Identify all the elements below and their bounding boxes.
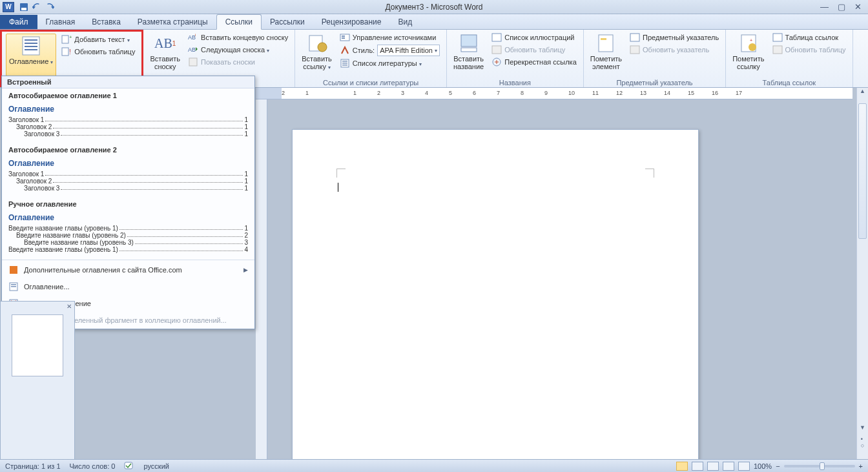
toc-preview-row: Заголовок 31 (8, 185, 248, 192)
zoom-value[interactable]: 100% (754, 462, 772, 470)
navpane-close-icon[interactable]: ✕ (67, 303, 72, 310)
citation-style-row[interactable]: Стиль: APA Fifth Edition (337, 44, 442, 57)
insert-authorities-label: Таблица ссылок (785, 34, 839, 41)
svg-text:+: + (750, 38, 752, 43)
tab-view[interactable]: Вид (389, 15, 420, 29)
qat-redo-icon[interactable] (45, 3, 54, 12)
status-page[interactable]: Страница: 1 из 1 (5, 462, 61, 470)
status-proofing-icon[interactable] (124, 462, 134, 471)
margin-corner-tr (645, 169, 654, 178)
svg-rect-6 (25, 49, 37, 50)
zoom-out-button[interactable]: − (776, 462, 780, 470)
scroll-up-button[interactable]: ▲ (857, 88, 868, 99)
citation-style-combo[interactable]: APA Fifth Edition (377, 45, 440, 56)
zoom-slider[interactable] (784, 465, 855, 467)
insert-caption-icon (459, 33, 479, 54)
statusbar: Страница: 1 из 1 Число слов: 0 русский 1… (0, 459, 868, 472)
svg-rect-38 (10, 266, 17, 274)
page-thumbnail[interactable] (12, 314, 63, 376)
captions-group-label: Названия (451, 77, 579, 87)
qat-undo-icon[interactable] (32, 3, 41, 12)
view-draft-button[interactable] (738, 462, 750, 471)
ruler-tick: 9 (544, 90, 548, 96)
ruler-tick: 1 (353, 90, 356, 96)
next-footnote-button[interactable]: AB Следующая сноска (185, 44, 291, 56)
ruler-tick: 17 (736, 90, 742, 96)
toc-dialog-icon (8, 282, 19, 292)
view-print-layout-button[interactable] (676, 462, 688, 471)
view-web-button[interactable] (707, 462, 719, 471)
zoom-in-button[interactable]: + (859, 462, 863, 470)
insert-index-button[interactable]: Предметный указатель (627, 32, 721, 43)
update-toc-button[interactable]: ! Обновить таблицу (59, 46, 138, 57)
insert-footnote-button[interactable]: AB1 Вставить сноску (147, 32, 183, 77)
mark-citation-button[interactable]: + Пометить ссылку (730, 32, 767, 77)
status-wordcount[interactable]: Число слов: 0 (70, 462, 116, 470)
gallery-custom-toc[interactable]: Оглавление... (2, 278, 254, 295)
status-language[interactable]: русский (143, 462, 169, 470)
gallery-item-manual[interactable]: Ручное оглавление Оглавление Введите наз… (2, 197, 254, 258)
maximize-button[interactable]: ▢ (838, 2, 845, 12)
minimize-button[interactable]: — (820, 2, 829, 12)
manage-sources-button[interactable]: Управление источниками (337, 32, 442, 43)
ruler-tick: 14 (664, 90, 670, 96)
close-button[interactable]: ✕ (854, 2, 862, 12)
qat-save-icon[interactable] (19, 3, 28, 12)
horizontal-ruler[interactable]: 211234567891011121314151617 (256, 88, 852, 99)
vertical-ruler[interactable] (256, 99, 267, 459)
svg-rect-37 (773, 46, 782, 54)
document-page[interactable] (292, 129, 699, 472)
mark-entry-button[interactable]: Пометить элемент (588, 32, 625, 77)
mark-citation-icon: + (738, 33, 759, 54)
ruler-tick: 7 (497, 90, 500, 96)
bibliography-button[interactable]: Список литературы (337, 57, 442, 69)
svg-rect-26 (492, 34, 501, 41)
group-index: Пометить элемент Предметный указатель Об… (584, 30, 726, 87)
vertical-scrollbar[interactable]: ▲ ▼ •○ (856, 88, 868, 459)
gallery-item-auto1[interactable]: Автособираемое оглавление 1 Оглавление З… (2, 88, 254, 143)
manage-sources-icon (340, 32, 350, 43)
insert-authorities-button[interactable]: Таблица ссылок (770, 32, 849, 43)
svg-rect-7 (62, 36, 68, 43)
svg-text:!: ! (69, 48, 71, 56)
toc-preview-row: Введите название главы (уровень 1)1 (8, 225, 248, 232)
tab-references[interactable]: Ссылки (216, 14, 262, 30)
navigation-pane[interactable]: ✕ (0, 301, 75, 472)
update-captions-button: Обновить таблицу (489, 44, 579, 56)
insert-caption-button[interactable]: Вставить название (451, 32, 486, 77)
ruler-tick: 3 (401, 90, 404, 96)
cross-ref-button[interactable]: Перекрестная ссылка (489, 56, 579, 68)
view-outline-button[interactable] (723, 462, 734, 471)
list-figures-icon (491, 32, 502, 43)
view-fullscreen-button[interactable] (692, 462, 703, 471)
insert-endnote-button[interactable]: ABi Вставить концевую сноску (185, 32, 291, 43)
add-text-button[interactable]: + Добавить текст (59, 34, 138, 45)
list-figures-button[interactable]: Список иллюстраций (489, 32, 579, 43)
gallery-item-auto2[interactable]: Автособираемое оглавление 2 Оглавление З… (2, 143, 254, 197)
scroll-down-button[interactable]: ▼ (857, 424, 868, 436)
svg-rect-22 (342, 63, 347, 64)
svg-rect-44 (125, 462, 132, 469)
next-footnote-label: Следующая сноска (201, 46, 269, 54)
tab-mailings[interactable]: Рассылки (262, 15, 313, 29)
svg-rect-32 (630, 46, 639, 54)
tab-review[interactable]: Рецензирование (313, 15, 390, 29)
insert-citation-button[interactable]: Вставить ссылку (299, 32, 335, 77)
tab-insert[interactable]: Вставка (83, 15, 129, 29)
titlebar: W Документ3 - Microsoft Word — ▢ ✕ (0, 0, 868, 14)
zoom-slider-knob[interactable] (820, 462, 825, 470)
update-authorities-label: Обновить таблицу (785, 46, 846, 54)
svg-rect-31 (630, 34, 639, 41)
tab-home[interactable]: Главная (37, 15, 84, 29)
update-captions-label: Обновить таблицу (504, 46, 565, 54)
browse-object-buttons[interactable]: •○ (857, 436, 868, 459)
svg-point-34 (749, 43, 756, 51)
tab-layout[interactable]: Разметка страницы (129, 15, 216, 29)
update-authorities-button: Обновить таблицу (770, 44, 849, 56)
scroll-thumb[interactable] (858, 103, 867, 239)
ruler-tick: 16 (712, 90, 718, 96)
insert-citation-label: Вставить ссылку (302, 55, 332, 71)
tab-file[interactable]: Файл (0, 15, 37, 29)
citation-style-icon (340, 45, 350, 56)
gallery-more-office[interactable]: Дополнительные оглавления с сайта Office… (2, 262, 254, 278)
